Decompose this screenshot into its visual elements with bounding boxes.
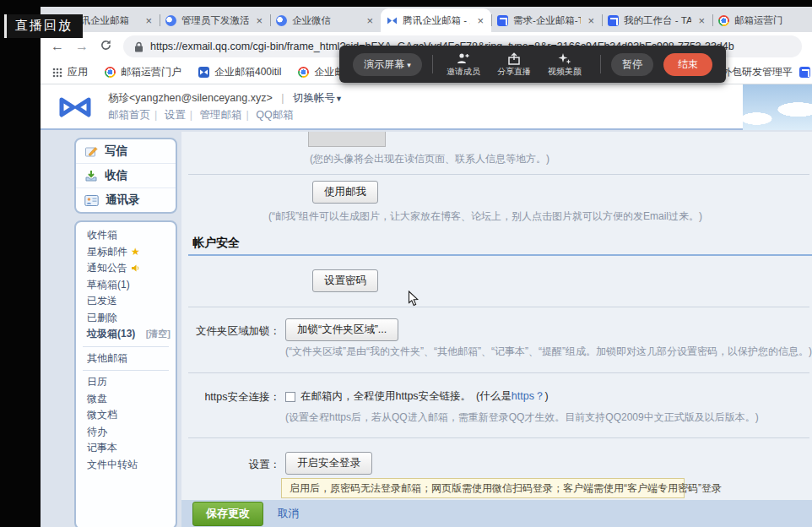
bookmark-400itil[interactable]: 企业邮箱400itil <box>198 65 281 79</box>
bookmark-outsourcing[interactable]: 外包研发管理平 <box>722 65 810 79</box>
folder-other-mail[interactable]: 其他邮箱 <box>76 350 176 367</box>
separator: | <box>246 109 248 121</box>
tab-wecom[interactable]: 企业微信 × <box>270 8 381 32</box>
close-icon[interactable]: × <box>143 14 154 27</box>
divider <box>83 370 169 371</box>
lock-folder-button[interactable]: 加锁“文件夹区域”... <box>285 318 398 341</box>
close-icon[interactable]: × <box>586 14 596 27</box>
wecom-icon <box>165 15 176 26</box>
close-icon[interactable]: × <box>475 14 485 27</box>
account-line: 杨珍<yangzhen@silenceyang.xyz> | 切换帐号▼ <box>108 91 343 106</box>
use-mailme-button[interactable]: 使用邮我 <box>312 181 378 204</box>
folder-drafts[interactable]: 草稿箱(1) <box>76 277 176 294</box>
empty-spam-link[interactable]: [清空] <box>146 328 171 340</box>
tab-tapd-workbench[interactable]: 我的工作台 - TAP × <box>602 8 712 32</box>
bookmark-label: 邮箱运营门户 <box>121 65 181 79</box>
folder-lock-label: 文件夹区域加锁： <box>181 324 280 339</box>
sparkles-icon <box>558 52 571 65</box>
app-todo[interactable]: 待办 <box>76 424 176 441</box>
bookmark-mail-portal[interactable]: 邮箱运营门户 <box>105 65 181 79</box>
bookmark-label: 应用 <box>68 65 88 79</box>
folder-starred[interactable]: 星标邮件★ <box>76 244 176 261</box>
folder-lock-note: (“文件夹区域”是由“我的文件夹”、“其他邮箱”、“记事本”、“提醒”组成。加锁… <box>285 345 812 359</box>
switch-account-link[interactable]: 切换帐号▼ <box>293 92 343 104</box>
folder-spam[interactable]: 垃圾箱(13)[清空] <box>76 326 176 343</box>
sidebar-item-receive[interactable]: 收信 <box>76 163 176 187</box>
close-icon[interactable]: × <box>365 14 375 27</box>
end-button[interactable]: 结束 <box>663 53 712 76</box>
user-email: 杨珍<yangzhen@silenceyang.xyz> <box>108 92 273 104</box>
divider <box>188 307 809 307</box>
nav-mail-home[interactable]: 邮箱首页 <box>108 109 150 121</box>
close-icon[interactable]: × <box>696 14 706 27</box>
enable-secure-login-button[interactable]: 开启安全登录 <box>285 452 372 475</box>
secure-login-notice: 启用后，原密码无法登录邮箱；网页版需使用微信扫码登录；客户端需使用“客户端专用密… <box>281 478 685 498</box>
pause-button[interactable]: 暂停 <box>611 53 653 76</box>
chevron-down-icon: ▼ <box>335 95 343 103</box>
invite-member-button[interactable]: 邀请成员 <box>443 52 484 76</box>
share-live-label: 分享直播 <box>497 67 531 76</box>
save-changes-button[interactable]: 保存更改 <box>192 502 263 526</box>
https-checkbox[interactable] <box>285 392 295 402</box>
present-screen-button[interactable]: 演示屏幕 ▾ <box>353 53 422 76</box>
tab-activation[interactable]: 管理员下发激活码 × <box>160 8 270 32</box>
folder-sent[interactable]: 已发送 <box>76 293 176 310</box>
live-replay-badge: 直播回放 <box>4 14 83 38</box>
app-weidocs[interactable]: 微文档 <box>76 407 176 424</box>
mail-content: 写信 收信 通讯录 收件箱 星标邮件★ <box>41 132 812 527</box>
chevron-down-icon: ▾ <box>407 61 411 69</box>
nav-qq-mail[interactable]: QQ邮箱 <box>256 109 293 121</box>
lock-icon <box>134 41 143 52</box>
divider <box>83 346 169 347</box>
bookmark-label: 外包研发管理平 <box>722 65 793 79</box>
section-underline <box>188 254 812 256</box>
beauty-label: 视频美颜 <box>548 67 582 76</box>
sidebar: 写信 收信 通讯录 收件箱 星标邮件★ <box>74 138 177 527</box>
reload-icon[interactable] <box>100 39 112 55</box>
what-is-https-link[interactable]: https？ <box>512 390 545 402</box>
mouse-cursor <box>408 291 419 309</box>
folder-announcements[interactable]: 通知公告 <box>76 260 176 277</box>
contact-card-icon <box>84 194 99 207</box>
set-password-button[interactable]: 设置密码 <box>312 269 378 292</box>
sky-banner-image <box>743 84 812 130</box>
separator: | <box>190 109 192 121</box>
exmail-page: 杨珍<yangzhen@silenceyang.xyz> | 切换帐号▼ 邮箱首… <box>41 84 812 527</box>
app-weidrive[interactable]: 微盘 <box>76 391 176 408</box>
close-icon[interactable]: × <box>254 14 264 27</box>
app-file-transfer[interactable]: 文件中转站 <box>76 457 176 474</box>
tab-mail-portal[interactable]: 邮箱运营门 <box>712 8 812 32</box>
divider <box>188 174 809 175</box>
exmail-icon <box>198 67 209 78</box>
sidebar-item-contacts[interactable]: 通讯录 <box>76 187 176 212</box>
section-title-account-security: 帐户安全 <box>192 236 240 251</box>
screenshare-toolbar: 演示屏幕 ▾ 邀请成员 分享直播 视频美颜 暂停 结束 <box>339 46 726 83</box>
screen: 直播回放 腾讯企业邮箱 × 管理员下发激活码 × 企业微信 × 腾讯企业邮箱 - <box>0 0 812 527</box>
video-beauty-button[interactable]: 视频美颜 <box>544 52 585 76</box>
forward-icon[interactable]: → <box>75 39 89 54</box>
https-label: https安全连接： <box>181 390 280 405</box>
share-live-button[interactable]: 分享直播 <box>494 52 534 76</box>
cancel-link[interactable]: 取消 <box>278 507 299 521</box>
avatar-button-partial[interactable] <box>308 132 386 147</box>
compose-label: 写信 <box>105 144 127 159</box>
divider <box>188 437 809 438</box>
tab-exmail-settings-active[interactable]: 腾讯企业邮箱 - 系 × <box>381 8 491 32</box>
apps-grid-button[interactable]: 应用 <box>52 65 88 79</box>
app-calendar[interactable]: 日历 <box>76 374 176 391</box>
nav-settings[interactable]: 设置 <box>165 109 186 121</box>
folder-inbox[interactable]: 收件箱 <box>76 227 176 244</box>
compose-box: 写信 收信 通讯录 <box>74 138 177 214</box>
nav-manage-mail[interactable]: 管理邮箱 <box>199 109 241 121</box>
tab-tapd-requirement[interactable]: 需求-企业邮箱-TA × <box>491 8 602 32</box>
app-notes[interactable]: 记事本 <box>76 440 176 457</box>
save-bar: 保存更改 取消 <box>181 500 812 527</box>
contacts-label: 通讯录 <box>106 193 140 208</box>
separator: | <box>154 109 157 121</box>
https-note: (设置全程https后，若从QQ进入邮箱，需重新登录QQ才生效。目前支持QQ20… <box>285 410 759 425</box>
folder-deleted[interactable]: 已删除 <box>76 310 176 327</box>
share-up-icon <box>507 52 521 65</box>
sidebar-item-compose[interactable]: 写信 <box>76 139 176 163</box>
chrome-icon <box>718 15 729 26</box>
back-icon[interactable]: ← <box>51 39 64 54</box>
